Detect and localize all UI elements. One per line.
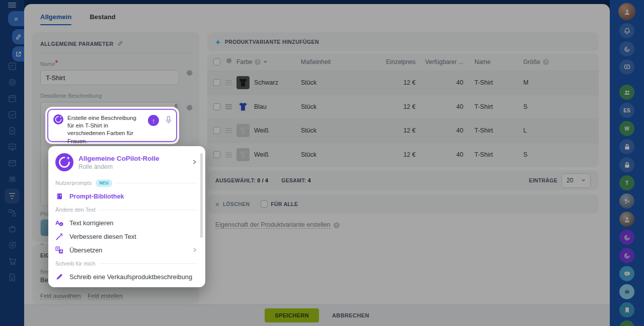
- new-badge: NEU: [96, 179, 112, 187]
- section-user-prompts: Nutzerprompts NEU: [55, 176, 197, 189]
- copilot-prompt-input[interactable]: Erstelle eine Beschreibung für ein T-Shi…: [47, 109, 177, 142]
- copilot-role-avatar: [55, 153, 73, 171]
- copilot-menu: Allgemeine CoPilot-Rolle Rolle ändern Nu…: [48, 146, 205, 287]
- menu-item-label: Prompt-Bibliothek: [69, 193, 124, 200]
- section-write-for-me: Schreib für mich: [55, 257, 197, 270]
- send-prompt-button[interactable]: ↑: [148, 115, 159, 126]
- menu-item-translate[interactable]: A Übersetzen: [55, 243, 197, 257]
- menu-item-label: Schreib eine Verkaufsproduktbeschreibung: [69, 273, 192, 281]
- copilot-role-selector[interactable]: Allgemeine CoPilot-Rolle Rolle ändern: [55, 151, 197, 176]
- menu-item-improve-text[interactable]: Verbessere diesen Text: [55, 230, 197, 243]
- menu-item-correct-text[interactable]: A Text korrigieren: [55, 216, 197, 230]
- translate-icon: A: [55, 246, 64, 254]
- prompt-library-book-icon: [55, 192, 64, 200]
- diamond-icon: [55, 287, 64, 287]
- section-label: Schreib für mich: [55, 260, 95, 267]
- menu-item-usp[interactable]: Identifiziere Alleinstellungsmerkmal: [55, 284, 197, 287]
- magic-wand-icon: [55, 233, 64, 240]
- copilot-role-title: Allgemeine CoPilot-Rolle: [78, 155, 159, 162]
- bitrix-workspace: ES W T × Allgemein Bestand ALLGEMEINE PA…: [0, 0, 644, 326]
- text-correct-icon: A: [55, 219, 64, 227]
- copilot-role-subtitle: Rolle ändern: [78, 163, 159, 170]
- section-label: Nutzerprompts: [55, 180, 92, 186]
- menu-item-label: Verbessere diesen Text: [69, 233, 136, 240]
- microphone-icon[interactable]: [166, 116, 172, 126]
- svg-text:A: A: [60, 249, 62, 253]
- arrow-up-icon: ↑: [152, 117, 155, 124]
- pen-icon: [55, 273, 64, 281]
- menu-scrollbar[interactable]: [200, 153, 203, 238]
- menu-item-label: Identifiziere Alleinstellungsmerkmal: [69, 287, 170, 287]
- menu-item-prompt-library[interactable]: Prompt-Bibliothek: [55, 189, 197, 203]
- chevron-right-icon: [192, 246, 197, 254]
- svg-text:A: A: [55, 220, 60, 226]
- copilot-prompt-text[interactable]: Erstelle eine Beschreibung für ein T-Shi…: [67, 114, 144, 137]
- chevron-right-icon: [192, 158, 197, 167]
- section-label: Ändere den Text: [55, 207, 96, 213]
- menu-item-label: Text korrigieren: [69, 219, 113, 227]
- menu-item-label: Übersetzen: [69, 246, 102, 254]
- menu-item-sales-description[interactable]: Schreib eine Verkaufsproduktbeschreibung: [55, 270, 197, 284]
- section-edit-text: Ändere den Text: [55, 203, 197, 216]
- copilot-icon: [53, 114, 63, 137]
